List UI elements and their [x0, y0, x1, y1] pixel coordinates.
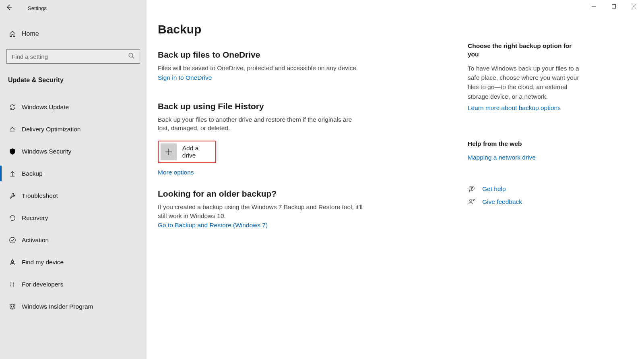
sidebar-item-for-developers[interactable]: For developers	[0, 273, 147, 295]
sidebar-item-windows-update[interactable]: Windows Update	[0, 96, 147, 118]
sidebar-item-label: Recovery	[22, 214, 48, 222]
shield-icon	[8, 148, 17, 155]
sign-in-onedrive-link[interactable]: Sign in to OneDrive	[158, 74, 212, 81]
sync-icon	[8, 104, 17, 111]
get-help-link[interactable]: Get help	[482, 185, 506, 193]
sidebar-item-backup[interactable]: Backup	[0, 162, 147, 185]
more-options-link[interactable]: More options	[158, 169, 194, 176]
older-backup-body: If you created a backup using the Window…	[158, 203, 363, 220]
svg-point-1	[10, 237, 15, 243]
get-help-icon: ?	[468, 185, 476, 193]
give-feedback-link[interactable]: Give feedback	[482, 198, 522, 205]
plus-icon	[161, 143, 177, 160]
titlebar: Settings	[0, 0, 147, 16]
sidebar-item-delivery-optimization[interactable]: Delivery Optimization	[0, 118, 147, 140]
home-icon	[8, 30, 17, 37]
minimize-button[interactable]	[584, 0, 604, 14]
learn-backup-options-link[interactable]: Learn more about backup options	[468, 104, 561, 112]
sidebar-item-troubleshoot[interactable]: Troubleshoot	[0, 185, 147, 207]
feedback-icon	[468, 198, 476, 205]
older-backup-heading: Looking for an older backup?	[158, 189, 456, 199]
file-history-heading: Back up using File History	[158, 102, 456, 111]
svg-point-4	[11, 306, 12, 307]
back-button[interactable]	[0, 0, 18, 16]
search-wrap	[6, 49, 140, 64]
page-title: Backup	[158, 23, 456, 36]
main-content: Backup Back up files to OneDrive Files w…	[147, 0, 644, 359]
sidebar-item-label: Find my device	[22, 259, 64, 266]
right-column: Choose the right backup option for you T…	[468, 23, 580, 229]
close-icon	[632, 3, 636, 10]
file-history-body: Back up your files to another drive and …	[158, 115, 363, 133]
sidebar-item-label: Windows Update	[22, 104, 69, 111]
delivery-icon	[8, 126, 17, 133]
checkmark-circle-icon	[8, 237, 17, 244]
svg-point-0	[129, 53, 133, 57]
backup-restore-win7-link[interactable]: Go to Backup and Restore (Windows 7)	[158, 222, 268, 229]
sidebar-item-windows-security[interactable]: Windows Security	[0, 140, 147, 162]
sidebar: Settings Home Update & Security Windows …	[0, 0, 147, 359]
center-column: Backup Back up files to OneDrive Files w…	[158, 23, 456, 229]
choose-backup-heading: Choose the right backup option for you	[468, 42, 580, 59]
sidebar-item-label: Delivery Optimization	[22, 126, 80, 133]
nav-list: Windows Update Delivery Optimization Win…	[0, 96, 147, 317]
onedrive-body: Files will be saved to OneDrive, protect…	[158, 64, 456, 73]
svg-rect-6	[612, 5, 616, 8]
onedrive-heading: Back up files to OneDrive	[158, 50, 456, 60]
wrench-icon	[8, 192, 17, 199]
add-drive-button[interactable]: Add a drive	[158, 141, 216, 163]
add-drive-label: Add a drive	[182, 145, 212, 159]
search-icon	[128, 52, 134, 60]
arrow-left-icon	[6, 4, 12, 12]
svg-text:?: ?	[471, 186, 473, 190]
insider-icon	[8, 303, 17, 310]
sidebar-item-find-my-device[interactable]: Find my device	[0, 251, 147, 273]
home-label: Home	[22, 30, 39, 37]
window-controls	[584, 0, 644, 14]
maximize-button[interactable]	[604, 0, 624, 14]
category-header: Update & Security	[0, 64, 147, 88]
svg-point-8	[470, 199, 472, 201]
svg-point-5	[13, 306, 14, 307]
sidebar-item-label: Troubleshoot	[22, 192, 58, 199]
recovery-icon	[8, 214, 17, 222]
sidebar-item-recovery[interactable]: Recovery	[0, 207, 147, 229]
minimize-icon	[591, 3, 596, 10]
backup-icon	[8, 170, 17, 177]
maximize-icon	[611, 3, 616, 10]
search-input[interactable]	[6, 49, 140, 64]
close-button[interactable]	[624, 0, 644, 14]
sidebar-item-label: For developers	[22, 281, 63, 288]
help-from-web-heading: Help from the web	[468, 140, 580, 148]
sidebar-item-activation[interactable]: Activation	[0, 229, 147, 251]
location-icon	[8, 259, 17, 266]
app-title: Settings	[28, 5, 47, 11]
developers-icon	[8, 281, 17, 288]
mapping-network-drive-link[interactable]: Mapping a network drive	[468, 154, 536, 161]
svg-point-2	[11, 260, 13, 262]
sidebar-item-label: Backup	[22, 170, 43, 177]
sidebar-item-label: Windows Insider Program	[22, 303, 93, 310]
sidebar-item-label: Activation	[22, 237, 49, 244]
sidebar-item-windows-insider-program[interactable]: Windows Insider Program	[0, 295, 147, 317]
home-nav-item[interactable]: Home	[0, 24, 147, 44]
sidebar-item-label: Windows Security	[22, 148, 71, 155]
choose-backup-body: To have Windows back up your files to a …	[468, 64, 580, 101]
